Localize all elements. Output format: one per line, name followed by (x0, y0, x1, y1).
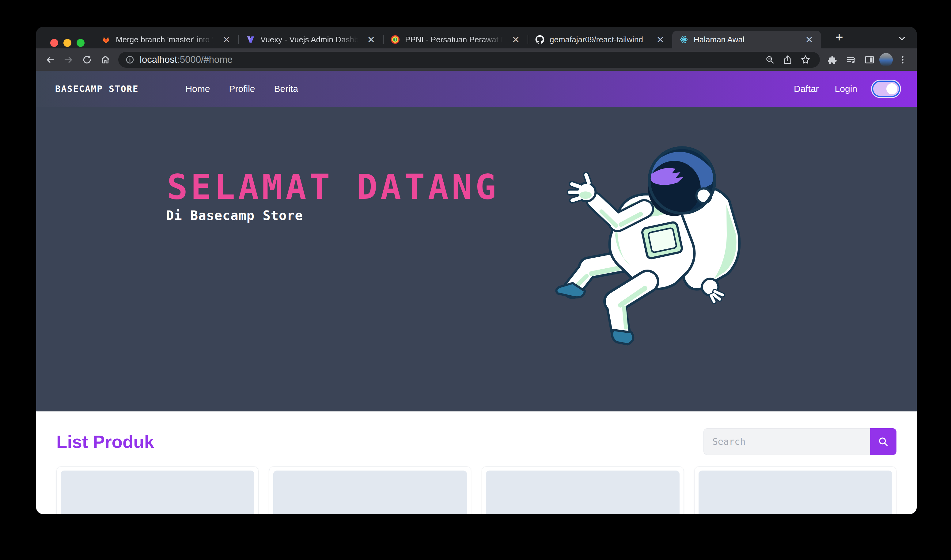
products-section: List Produk (36, 411, 917, 514)
bookmark-star-icon[interactable] (798, 52, 813, 68)
brand-logo[interactable]: BASECAMP STORE (55, 84, 138, 94)
tab-ppni[interactable]: PPNI - Persatuan Perawat Nasi ✕ (383, 31, 528, 48)
close-window-button[interactable] (50, 39, 58, 47)
tab-strip: Merge branch 'master' into 'jiha ✕ Vuexy… (36, 27, 917, 48)
close-tab-icon[interactable]: ✕ (656, 34, 665, 45)
nav-right: Daftar Login (794, 82, 899, 96)
address-bar[interactable]: localhost:5000/#home (118, 52, 820, 68)
tab-vuexy[interactable]: Vuexy - Vuejs Admin Dashboar ✕ (239, 31, 383, 48)
product-card[interactable] (269, 466, 471, 514)
new-tab-button[interactable]: + (831, 30, 847, 45)
search-input[interactable] (703, 428, 870, 455)
site-info-icon[interactable] (125, 55, 135, 65)
products-heading: List Produk (56, 431, 154, 452)
close-tab-icon[interactable]: ✕ (366, 34, 376, 45)
tab-title: gemafajar09/react-tailwind (549, 35, 651, 45)
back-icon[interactable] (42, 51, 59, 68)
close-tab-icon[interactable]: ✕ (222, 34, 232, 45)
extensions-puzzle-icon[interactable] (824, 51, 841, 68)
search-button[interactable] (870, 428, 896, 455)
url-text: localhost:5000/#home (140, 54, 232, 65)
product-image-placeholder (486, 471, 680, 514)
profile-avatar[interactable] (879, 53, 893, 66)
url-host: localhost (140, 54, 177, 65)
media-playlist-icon[interactable] (843, 51, 860, 68)
github-icon (535, 35, 545, 45)
web-page: BASECAMP STORE Home Profile Berita Dafta… (36, 71, 917, 514)
toggle-knob (886, 83, 897, 94)
zoom-window-button[interactable] (77, 39, 85, 47)
omnibox-actions (762, 52, 813, 68)
close-tab-icon[interactable]: ✕ (804, 34, 814, 45)
nav-link-home[interactable]: Home (185, 84, 210, 94)
tab-title: Halaman Awal (694, 35, 799, 45)
url-path: :5000/#home (177, 54, 232, 65)
tab-gitlab-merge[interactable]: Merge branch 'master' into 'jiha ✕ (94, 31, 239, 48)
search-box (703, 428, 896, 455)
forward-icon[interactable] (60, 51, 77, 68)
nav-link-login[interactable]: Login (835, 84, 857, 94)
traffic-lights (50, 39, 85, 47)
share-icon[interactable] (780, 52, 796, 68)
site-navbar: BASECAMP STORE Home Profile Berita Dafta… (36, 71, 917, 107)
hero-section: SELAMAT DATANG Di Basecamp Store (36, 107, 917, 411)
reload-icon[interactable] (78, 51, 95, 68)
react-icon (679, 35, 689, 45)
product-card[interactable] (694, 466, 896, 514)
search-icon (877, 436, 889, 448)
hero-title: SELAMAT DATANG (167, 167, 499, 207)
zoom-out-icon[interactable] (762, 52, 777, 68)
product-image-placeholder (699, 471, 892, 514)
nav-link-profile[interactable]: Profile (229, 84, 255, 94)
close-tab-icon[interactable]: ✕ (511, 34, 521, 45)
ppni-icon (390, 35, 400, 45)
product-grid (56, 466, 896, 514)
theme-toggle[interactable] (873, 82, 899, 96)
side-panel-icon[interactable] (861, 51, 878, 68)
products-header-row: List Produk (56, 428, 896, 455)
hero-subtitle: Di Basecamp Store (166, 208, 303, 223)
tab-halaman-awal-active[interactable]: Halaman Awal ✕ (672, 31, 821, 48)
tab-title: Vuexy - Vuejs Admin Dashboar (260, 35, 361, 45)
tab-title: PPNI - Persatuan Perawat Nasi (405, 35, 506, 45)
astronaut-illustration (543, 144, 741, 358)
browser-window: Merge branch 'master' into 'jiha ✕ Vuexy… (36, 27, 917, 514)
gitlab-icon (101, 35, 111, 45)
product-card[interactable] (482, 466, 684, 514)
vuexy-icon (246, 35, 255, 45)
minimize-window-button[interactable] (63, 39, 71, 47)
product-image-placeholder (61, 471, 254, 514)
tab-github[interactable]: gemafajar09/react-tailwind ✕ (528, 31, 672, 48)
nav-link-daftar[interactable]: Daftar (794, 84, 819, 94)
tab-title: Merge branch 'master' into 'jiha (116, 35, 217, 45)
product-image-placeholder (273, 471, 467, 514)
product-card[interactable] (56, 466, 259, 514)
nav-links: Home Profile Berita (185, 84, 298, 94)
tab-search-chevron-icon[interactable] (896, 33, 908, 44)
kebab-menu-icon[interactable] (894, 51, 911, 68)
home-icon[interactable] (97, 51, 114, 68)
browser-toolbar: localhost:5000/#home (36, 48, 917, 71)
nav-link-berita[interactable]: Berita (274, 84, 298, 94)
tab-list: Merge branch 'master' into 'jiha ✕ Vuexy… (94, 31, 821, 48)
